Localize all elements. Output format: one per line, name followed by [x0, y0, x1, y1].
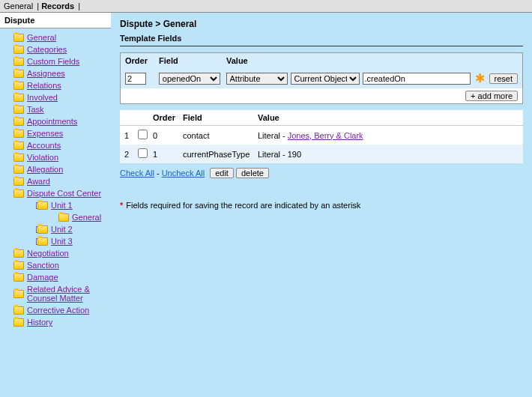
sidebar-item-dispute-cost-center[interactable]: -Dispute Cost Center [0, 187, 111, 199]
folder-icon [13, 318, 24, 327]
asterisk-icon: * [120, 201, 123, 210]
sidebar: Dispute GeneralCategoriesCustom Fields+A… [0, 13, 111, 396]
sidebar-item-label[interactable]: Corrective Action [27, 306, 89, 315]
folder-icon [13, 118, 24, 126]
table-row: 21currentPhaseTypeLiteral - 190 [120, 145, 523, 163]
folder-icon [13, 154, 24, 162]
row-order: 0 [153, 131, 183, 140]
row-checkbox[interactable] [138, 148, 148, 158]
reset-button[interactable]: reset [489, 73, 518, 84]
folder-icon [13, 290, 24, 298]
row-order: 1 [153, 150, 183, 159]
sidebar-item-general[interactable]: General [0, 31, 111, 43]
edit-button[interactable]: edit [210, 168, 234, 178]
add-more-button[interactable]: + add more [465, 91, 518, 101]
sidebar-item-label[interactable]: Custom Fields [27, 57, 79, 66]
sidebar-item-task[interactable]: Task [0, 103, 111, 115]
folder-icon [13, 142, 24, 150]
folder-icon [13, 82, 24, 90]
header-value: Value [226, 56, 518, 65]
sidebar-item-label[interactable]: Related Advice & Counsel Matter [27, 285, 111, 303]
sidebar-item-relations[interactable]: +Relations [0, 79, 111, 91]
sidebar-item-related-advice-counsel-matter[interactable]: Related Advice & Counsel Matter [0, 283, 111, 304]
row-field: contact [183, 131, 258, 140]
sidebar-item-assignees[interactable]: +Assignees [0, 67, 111, 79]
folder-icon [13, 190, 24, 198]
section-title: Template Fields [120, 34, 523, 43]
row-field: currentPhaseType [183, 150, 258, 159]
value-link[interactable]: Jones, Berry & Clark [288, 131, 363, 140]
folder-icon [13, 58, 24, 66]
uncheck-all-link[interactable]: Uncheck All [162, 169, 205, 178]
sidebar-item-categories[interactable]: Categories [0, 43, 111, 55]
sidebar-item-label[interactable]: Dispute Cost Center [27, 189, 101, 198]
sidebar-item-sanction[interactable]: Sanction [0, 259, 111, 271]
sidebar-item-label[interactable]: Categories [27, 45, 67, 54]
tab-records[interactable]: Records [41, 1, 74, 10]
field-select[interactable]: openedOn [159, 73, 220, 85]
sidebar-item-label[interactable]: Appointments [27, 117, 77, 126]
folder-icon [37, 225, 48, 234]
sidebar-item-label[interactable]: Assignees [27, 69, 65, 78]
col-order: Order [153, 113, 183, 122]
row-num: 2 [124, 150, 138, 159]
folder-icon [13, 166, 24, 174]
sidebar-item-label[interactable]: Expenses [27, 129, 63, 138]
sidebar-item-label[interactable]: History [27, 318, 52, 327]
sidebar-item-label[interactable]: Violation [27, 153, 58, 162]
folder-icon [13, 261, 24, 270]
order-input[interactable] [125, 73, 146, 85]
sidebar-item-label[interactable]: General [72, 213, 101, 222]
sidebar-item-violation[interactable]: Violation [0, 151, 111, 163]
table-row: 10contactLiteral - Jones, Berry & Clark [120, 126, 523, 145]
sidebar-item-accounts[interactable]: Accounts [0, 139, 111, 151]
value-scope-select[interactable]: Current Object [291, 73, 360, 85]
sidebar-item-unit-3[interactable]: +Unit 3 [0, 235, 111, 247]
sidebar-item-unit-1[interactable]: -Unit 1 [0, 199, 111, 211]
folder-icon [37, 201, 48, 210]
header-order: Order [125, 56, 159, 65]
folder-icon [13, 249, 24, 258]
sidebar-item-general[interactable]: General [0, 211, 111, 223]
sidebar-item-label[interactable]: Unit 1 [51, 201, 73, 210]
sidebar-item-history[interactable]: +History [0, 316, 111, 328]
folder-icon [13, 34, 24, 42]
sidebar-item-label[interactable]: Sanction [27, 261, 59, 270]
sidebar-item-label[interactable]: Negotiation [27, 249, 69, 258]
sidebar-item-label[interactable]: Allegation [27, 165, 63, 174]
sidebar-item-involved[interactable]: Involved [0, 91, 111, 103]
sidebar-item-label[interactable]: Task [27, 105, 44, 114]
sidebar-item-label[interactable]: Accounts [27, 141, 61, 150]
row-value: Literal - Jones, Berry & Clark [258, 131, 519, 140]
sidebar-item-corrective-action[interactable]: Corrective Action [0, 304, 111, 316]
check-all-link[interactable]: Check All [120, 169, 154, 178]
sidebar-item-label[interactable]: Relations [27, 81, 61, 90]
folder-icon [13, 70, 24, 78]
row-num: 1 [124, 131, 138, 140]
separator [120, 46, 523, 46]
delete-button[interactable]: delete [236, 168, 269, 178]
sidebar-item-damage[interactable]: Damage [0, 271, 111, 283]
col-field: Field [183, 113, 258, 122]
sidebar-item-label[interactable]: Involved [27, 93, 58, 102]
sidebar-item-label[interactable]: Unit 3 [51, 237, 73, 246]
sidebar-item-unit-2[interactable]: +Unit 2 [0, 223, 111, 235]
sidebar-item-label[interactable]: Damage [27, 273, 58, 282]
value-attr-input[interactable] [363, 73, 471, 85]
sidebar-item-custom-fields[interactable]: Custom Fields [0, 55, 111, 67]
sidebar-item-label[interactable]: General [27, 33, 56, 42]
col-value: Value [258, 113, 519, 122]
sidebar-item-expenses[interactable]: +Expenses [0, 127, 111, 139]
folder-icon [13, 46, 24, 54]
sidebar-item-negotiation[interactable]: Negotiation [0, 247, 111, 259]
tab-general[interactable]: General [4, 1, 33, 10]
row-checkbox[interactable] [138, 130, 148, 139]
sidebar-item-appointments[interactable]: Appointments [0, 115, 111, 127]
sidebar-item-allegation[interactable]: Allegation [0, 163, 111, 175]
footnote: *Fields required for saving the record a… [120, 201, 523, 210]
value-type-select[interactable]: Attribute [226, 73, 288, 85]
folder-icon [13, 273, 24, 282]
sidebar-item-award[interactable]: +Award [0, 175, 111, 187]
sidebar-item-label[interactable]: Award [27, 177, 50, 186]
sidebar-item-label[interactable]: Unit 2 [51, 225, 73, 234]
